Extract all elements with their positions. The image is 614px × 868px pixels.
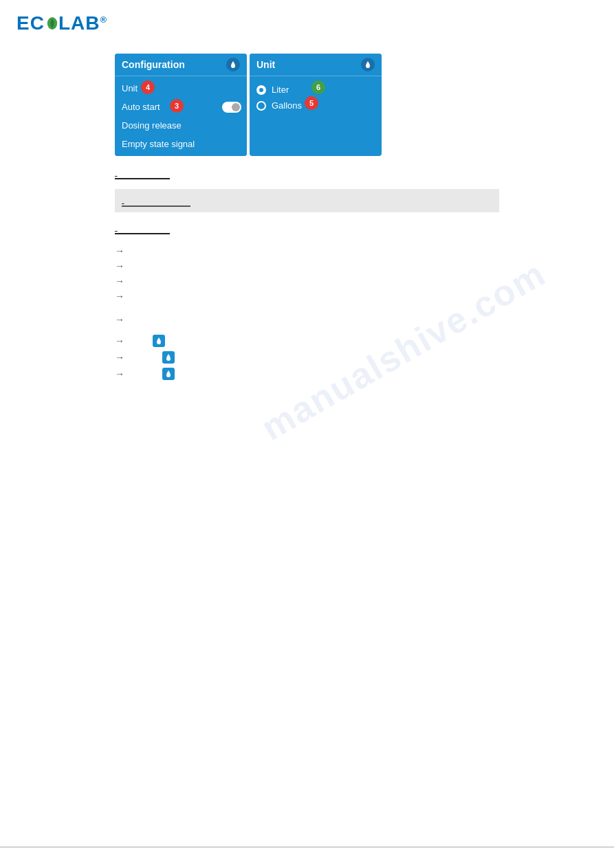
arrow-icon-7: → [115, 352, 124, 363]
config-item-dosing-label: Dosing release [122, 120, 182, 131]
drop-unit-header-icon [363, 60, 373, 69]
drop-icon-3 [162, 368, 175, 380]
arrow-item-8: → [115, 368, 499, 380]
config-item-autostart-label: Auto start [122, 102, 160, 112]
unit-panel: Unit Liter 6 Gallons 5 [250, 54, 382, 156]
arrow-item-1: → [115, 245, 499, 256]
unit-option-gallons[interactable]: Gallons 5 [256, 98, 375, 113]
logo-text: ECLAB® [17, 12, 107, 34]
screenshot-area: Configuration Unit 4 Auto start 3 [115, 54, 614, 156]
radio-gallons[interactable] [256, 101, 266, 111]
arrow-text-5 [129, 315, 131, 325]
underline-text-1 [115, 167, 170, 179]
badge-3: 3 [170, 99, 184, 113]
liter-label: Liter [272, 85, 289, 95]
config-panel-title: Configuration [122, 59, 185, 70]
drop-svg-3 [164, 370, 173, 378]
unit-option-liter[interactable]: Liter 6 [256, 82, 375, 98]
logo-eco: EC [17, 12, 45, 34]
arrow-item-2: → [115, 260, 499, 271]
config-panel-icon [226, 58, 240, 71]
config-item-autostart[interactable]: Auto start 3 [115, 98, 247, 116]
config-item-unit[interactable]: Unit 4 [115, 79, 247, 98]
unit-panel-icon [361, 58, 375, 71]
radio-liter[interactable] [256, 85, 266, 95]
unit-panel-header: Unit [250, 54, 382, 76]
arrow-text-6 [129, 336, 149, 346]
unit-items-list: Liter 6 Gallons 5 [250, 76, 382, 119]
toggle-knob [232, 103, 240, 111]
arrow-icon-8: → [115, 368, 124, 379]
arrow-icon-6: → [115, 335, 124, 346]
badge-6: 6 [311, 80, 325, 94]
arrow-icon-5: → [115, 314, 124, 325]
config-panel-header: Configuration [115, 54, 247, 76]
arrow-item-5: → [115, 314, 499, 325]
arrow-icon-3: → [115, 276, 124, 287]
arrow-text-3 [129, 276, 131, 287]
arrow-item-4: → [115, 291, 499, 302]
config-item-empty[interactable]: Empty state signal [115, 135, 247, 153]
arrow-text-1 [129, 246, 131, 256]
config-item-empty-label: Empty state signal [122, 139, 195, 149]
arrow-text-7 [129, 353, 158, 363]
config-item-unit-label: Unit [122, 83, 138, 93]
logo-lab: LAB [58, 12, 100, 34]
gallons-label: Gallons [272, 100, 302, 111]
unit-panel-title: Unit [256, 59, 275, 70]
underline-section-2 [115, 218, 499, 238]
arrow-icon-2: → [115, 260, 124, 271]
config-panel: Configuration Unit 4 Auto start 3 [115, 54, 247, 156]
drop-icon-2 [162, 351, 175, 364]
arrow-item-6: → [115, 335, 499, 347]
drop-svg-1 [155, 337, 163, 345]
arrow-item-3: → [115, 276, 499, 287]
drop-svg-2 [164, 353, 173, 361]
arrow-text-4 [129, 291, 131, 302]
arrow-text-8 [129, 369, 158, 379]
content-area: → → → → → → → [115, 163, 499, 380]
ecolab-logo: ECLAB® [17, 12, 597, 34]
autostart-toggle[interactable] [222, 102, 241, 113]
arrow-icon-4: → [115, 291, 124, 302]
badge-4: 4 [141, 80, 155, 94]
arrow-icon-1: → [115, 245, 124, 256]
drop-icon-1 [153, 335, 165, 347]
badge-5: 5 [305, 96, 318, 110]
drop-header-icon [228, 60, 238, 69]
config-item-dosing[interactable]: Dosing release [115, 116, 247, 135]
arrow-text-2 [129, 261, 131, 271]
bottom-line [0, 847, 614, 847]
config-items-list: Unit 4 Auto start 3 Dosing release Emp [115, 76, 247, 156]
logo-area: ECLAB® [0, 0, 614, 41]
arrow-item-7: → [115, 351, 499, 364]
logo-leaf-icon [46, 17, 58, 30]
underline-section-1 [115, 163, 499, 183]
underline-text-2 [115, 222, 170, 234]
gray-bar-text [122, 194, 190, 207]
gray-bar [115, 189, 499, 212]
